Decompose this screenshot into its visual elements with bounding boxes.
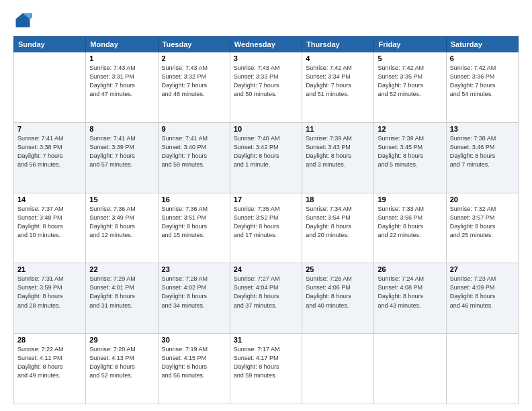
logo-icon — [13, 11, 32, 30]
cell-info-text: Sunrise: 7:41 AM Sunset: 3:40 PM Dayligh… — [162, 134, 226, 169]
calendar-cell — [374, 334, 446, 404]
cell-date-number: 16 — [162, 195, 226, 203]
cell-info-text: Sunrise: 7:41 AM Sunset: 3:38 PM Dayligh… — [17, 134, 82, 169]
calendar-cell: 29Sunrise: 7:20 AM Sunset: 4:13 PM Dayli… — [86, 334, 158, 404]
cell-date-number: 3 — [234, 54, 298, 62]
cell-info-text: Sunrise: 7:37 AM Sunset: 3:48 PM Dayligh… — [17, 205, 82, 240]
cell-date-number: 5 — [378, 54, 442, 62]
cell-date-number: 28 — [17, 336, 82, 344]
cell-date-number: 26 — [378, 265, 442, 273]
cell-date-number: 19 — [378, 195, 442, 203]
cell-date-number: 25 — [306, 265, 370, 273]
weekday-header-monday: Monday — [86, 37, 158, 52]
calendar-cell: 11Sunrise: 7:39 AM Sunset: 3:43 PM Dayli… — [302, 122, 374, 193]
cell-info-text: Sunrise: 7:26 AM Sunset: 4:06 PM Dayligh… — [306, 275, 370, 310]
cell-date-number: 17 — [234, 195, 298, 203]
cell-date-number: 20 — [450, 195, 515, 203]
calendar-cell: 24Sunrise: 7:27 AM Sunset: 4:04 PM Dayli… — [230, 263, 302, 334]
calendar-cell: 6Sunrise: 7:42 AM Sunset: 3:36 PM Daylig… — [446, 52, 518, 123]
calendar-cell: 23Sunrise: 7:28 AM Sunset: 4:02 PM Dayli… — [158, 263, 230, 334]
cell-date-number: 2 — [162, 54, 226, 62]
cell-date-number: 22 — [89, 265, 154, 273]
calendar-cell: 27Sunrise: 7:23 AM Sunset: 4:09 PM Dayli… — [446, 263, 518, 334]
calendar-cell: 22Sunrise: 7:29 AM Sunset: 4:01 PM Dayli… — [86, 263, 158, 334]
cell-info-text: Sunrise: 7:36 AM Sunset: 3:49 PM Dayligh… — [89, 205, 154, 240]
calendar-cell: 7Sunrise: 7:41 AM Sunset: 3:38 PM Daylig… — [14, 122, 86, 193]
cell-date-number: 18 — [306, 195, 370, 203]
cell-date-number: 9 — [162, 125, 226, 133]
cell-info-text: Sunrise: 7:20 AM Sunset: 4:13 PM Dayligh… — [89, 345, 154, 380]
cell-info-text: Sunrise: 7:17 AM Sunset: 4:17 PM Dayligh… — [234, 345, 298, 380]
calendar-table: SundayMondayTuesdayWednesdayThursdayFrid… — [13, 36, 519, 404]
calendar-cell: 12Sunrise: 7:39 AM Sunset: 3:45 PM Dayli… — [374, 122, 446, 193]
calendar-week-row: 21Sunrise: 7:31 AM Sunset: 3:59 PM Dayli… — [14, 263, 519, 334]
cell-date-number: 23 — [162, 265, 226, 273]
calendar-week-row: 14Sunrise: 7:37 AM Sunset: 3:48 PM Dayli… — [14, 193, 519, 263]
calendar-cell: 16Sunrise: 7:36 AM Sunset: 3:51 PM Dayli… — [158, 193, 230, 263]
header — [13, 11, 519, 30]
cell-info-text: Sunrise: 7:28 AM Sunset: 4:02 PM Dayligh… — [162, 275, 226, 310]
calendar-cell: 30Sunrise: 7:19 AM Sunset: 4:15 PM Dayli… — [158, 334, 230, 404]
weekday-header-thursday: Thursday — [302, 37, 374, 52]
weekday-header-tuesday: Tuesday — [158, 37, 230, 52]
calendar-cell: 5Sunrise: 7:42 AM Sunset: 3:35 PM Daylig… — [374, 52, 446, 123]
calendar-cell: 20Sunrise: 7:32 AM Sunset: 3:57 PM Dayli… — [446, 193, 518, 263]
calendar-cell: 4Sunrise: 7:42 AM Sunset: 3:34 PM Daylig… — [302, 52, 374, 123]
calendar-cell: 3Sunrise: 7:43 AM Sunset: 3:33 PM Daylig… — [230, 52, 302, 123]
cell-date-number: 31 — [234, 336, 298, 344]
cell-info-text: Sunrise: 7:19 AM Sunset: 4:15 PM Dayligh… — [162, 345, 226, 380]
cell-date-number: 12 — [378, 125, 442, 133]
cell-info-text: Sunrise: 7:36 AM Sunset: 3:51 PM Dayligh… — [162, 205, 226, 240]
cell-date-number: 27 — [450, 265, 515, 273]
calendar-cell: 13Sunrise: 7:38 AM Sunset: 3:46 PM Dayli… — [446, 122, 518, 193]
cell-info-text: Sunrise: 7:42 AM Sunset: 3:35 PM Dayligh… — [378, 64, 442, 99]
cell-info-text: Sunrise: 7:35 AM Sunset: 3:52 PM Dayligh… — [234, 205, 298, 240]
cell-info-text: Sunrise: 7:38 AM Sunset: 3:46 PM Dayligh… — [450, 134, 515, 169]
calendar-cell: 25Sunrise: 7:26 AM Sunset: 4:06 PM Dayli… — [302, 263, 374, 334]
cell-info-text: Sunrise: 7:43 AM Sunset: 3:33 PM Dayligh… — [234, 64, 298, 99]
cell-date-number: 15 — [89, 195, 154, 203]
cell-date-number: 29 — [89, 336, 154, 344]
calendar-cell: 9Sunrise: 7:41 AM Sunset: 3:40 PM Daylig… — [158, 122, 230, 193]
weekday-header-saturday: Saturday — [446, 37, 518, 52]
cell-info-text: Sunrise: 7:42 AM Sunset: 3:36 PM Dayligh… — [450, 64, 515, 99]
calendar-cell: 2Sunrise: 7:43 AM Sunset: 3:32 PM Daylig… — [158, 52, 230, 123]
cell-date-number: 14 — [17, 195, 82, 203]
cell-info-text: Sunrise: 7:40 AM Sunset: 3:42 PM Dayligh… — [234, 134, 298, 169]
cell-info-text: Sunrise: 7:41 AM Sunset: 3:39 PM Dayligh… — [89, 134, 154, 169]
cell-date-number: 1 — [89, 54, 154, 62]
weekday-header-wednesday: Wednesday — [230, 37, 302, 52]
calendar-cell: 8Sunrise: 7:41 AM Sunset: 3:39 PM Daylig… — [86, 122, 158, 193]
cell-date-number: 21 — [17, 265, 82, 273]
cell-info-text: Sunrise: 7:43 AM Sunset: 3:32 PM Dayligh… — [162, 64, 226, 99]
calendar-cell: 10Sunrise: 7:40 AM Sunset: 3:42 PM Dayli… — [230, 122, 302, 193]
cell-info-text: Sunrise: 7:43 AM Sunset: 3:31 PM Dayligh… — [89, 64, 154, 99]
cell-date-number: 6 — [450, 54, 515, 62]
calendar-cell — [446, 334, 518, 404]
cell-date-number: 24 — [234, 265, 298, 273]
cell-info-text: Sunrise: 7:31 AM Sunset: 3:59 PM Dayligh… — [17, 275, 82, 310]
calendar-cell: 31Sunrise: 7:17 AM Sunset: 4:17 PM Dayli… — [230, 334, 302, 404]
logo — [13, 11, 35, 30]
cell-date-number: 13 — [450, 125, 515, 133]
calendar-cell: 26Sunrise: 7:24 AM Sunset: 4:08 PM Dayli… — [374, 263, 446, 334]
calendar-cell — [14, 52, 86, 123]
cell-info-text: Sunrise: 7:23 AM Sunset: 4:09 PM Dayligh… — [450, 275, 515, 310]
calendar-week-row: 7Sunrise: 7:41 AM Sunset: 3:38 PM Daylig… — [14, 122, 519, 193]
cell-info-text: Sunrise: 7:27 AM Sunset: 4:04 PM Dayligh… — [234, 275, 298, 310]
cell-date-number: 8 — [89, 125, 154, 133]
cell-info-text: Sunrise: 7:39 AM Sunset: 3:43 PM Dayligh… — [306, 134, 370, 169]
calendar-week-row: 28Sunrise: 7:22 AM Sunset: 4:11 PM Dayli… — [14, 334, 519, 404]
cell-info-text: Sunrise: 7:42 AM Sunset: 3:34 PM Dayligh… — [306, 64, 370, 99]
calendar-cell: 18Sunrise: 7:34 AM Sunset: 3:54 PM Dayli… — [302, 193, 374, 263]
weekday-header-row: SundayMondayTuesdayWednesdayThursdayFrid… — [14, 37, 519, 52]
weekday-header-sunday: Sunday — [14, 37, 86, 52]
calendar-cell: 1Sunrise: 7:43 AM Sunset: 3:31 PM Daylig… — [86, 52, 158, 123]
calendar-cell: 19Sunrise: 7:33 AM Sunset: 3:56 PM Dayli… — [374, 193, 446, 263]
calendar-week-row: 1Sunrise: 7:43 AM Sunset: 3:31 PM Daylig… — [14, 52, 519, 123]
cell-info-text: Sunrise: 7:32 AM Sunset: 3:57 PM Dayligh… — [450, 205, 515, 240]
calendar-cell — [302, 334, 374, 404]
weekday-header-friday: Friday — [374, 37, 446, 52]
cell-date-number: 10 — [234, 125, 298, 133]
cell-date-number: 30 — [162, 336, 226, 344]
